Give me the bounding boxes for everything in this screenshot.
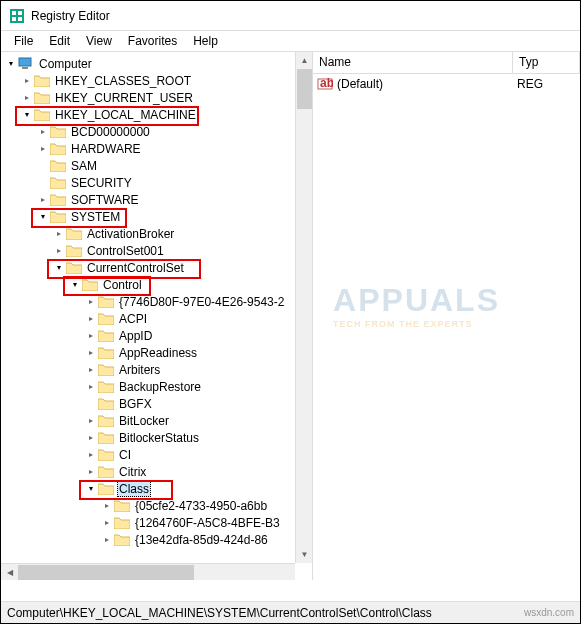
content-area: ▾ Computer ▸HKEY_CLASSES_ROOT ▸HKEY_CURR… bbox=[1, 51, 580, 580]
tree-item[interactable]: ▸CI bbox=[1, 446, 312, 463]
list-row[interactable]: ab (Default) REG bbox=[313, 74, 580, 94]
tree-item[interactable]: ▸ControlSet001 bbox=[1, 242, 312, 259]
expander-icon[interactable] bbox=[37, 177, 48, 188]
expander-closed-icon[interactable]: ▸ bbox=[85, 296, 96, 307]
tree-item-system[interactable]: ▾SYSTEM bbox=[1, 208, 312, 225]
scroll-thumb-h[interactable] bbox=[18, 565, 194, 580]
tree-item[interactable]: ▸BackupRestore bbox=[1, 378, 312, 395]
tree-item[interactable]: ▸{05cfe2-4733-4950-a6bb bbox=[1, 497, 312, 514]
column-name[interactable]: Name bbox=[313, 52, 513, 73]
tree-item[interactable]: ▸HARDWARE bbox=[1, 140, 312, 157]
tree-root[interactable]: ▾ Computer bbox=[1, 55, 312, 72]
list-header: Name Typ bbox=[313, 52, 580, 74]
expander-closed-icon[interactable]: ▸ bbox=[85, 415, 96, 426]
folder-icon bbox=[34, 74, 50, 87]
expander-closed-icon[interactable]: ▸ bbox=[85, 449, 96, 460]
folder-icon bbox=[98, 414, 114, 427]
tree-item[interactable]: ▸AppReadiness bbox=[1, 344, 312, 361]
menu-favorites[interactable]: Favorites bbox=[121, 32, 184, 50]
expander-closed-icon[interactable]: ▸ bbox=[85, 381, 96, 392]
expander-closed-icon[interactable]: ▸ bbox=[85, 466, 96, 477]
tree-item[interactable]: ▸{7746D80F-97E0-4E26-9543-2 bbox=[1, 293, 312, 310]
node-label: HARDWARE bbox=[69, 142, 143, 156]
scroll-down-icon[interactable]: ▼ bbox=[296, 546, 313, 563]
expander-closed-icon[interactable]: ▸ bbox=[21, 92, 32, 103]
tree-item[interactable]: ▸BitLocker bbox=[1, 412, 312, 429]
tree-item[interactable]: ▸{1264760F-A5C8-4BFE-B3 bbox=[1, 514, 312, 531]
tree-item[interactable]: BGFX bbox=[1, 395, 312, 412]
svg-rect-1 bbox=[12, 11, 16, 15]
folder-icon bbox=[114, 499, 130, 512]
tree-item-control[interactable]: ▾Control bbox=[1, 276, 312, 293]
tree-item-currentcontrolset[interactable]: ▾CurrentControlSet bbox=[1, 259, 312, 276]
scroll-thumb[interactable] bbox=[297, 69, 312, 109]
scrollbar-horizontal[interactable]: ◀ ▶ bbox=[1, 563, 295, 580]
statusbar: Computer\HKEY_LOCAL_MACHINE\SYSTEM\Curre… bbox=[1, 601, 580, 623]
expander-open-icon[interactable]: ▾ bbox=[53, 262, 64, 273]
tree-item-class[interactable]: ▾Class bbox=[1, 480, 312, 497]
tree-item[interactable]: ▸AppID bbox=[1, 327, 312, 344]
folder-icon bbox=[34, 91, 50, 104]
expander-open-icon[interactable]: ▾ bbox=[21, 109, 32, 120]
expander-open-icon[interactable]: ▾ bbox=[69, 279, 80, 290]
expander-closed-icon[interactable]: ▸ bbox=[101, 500, 112, 511]
node-label: {7746D80F-97E0-4E26-9543-2 bbox=[117, 295, 286, 309]
folder-icon bbox=[66, 261, 82, 274]
expander-closed-icon[interactable]: ▸ bbox=[37, 194, 48, 205]
folder-icon bbox=[50, 193, 66, 206]
tree-pane[interactable]: ▾ Computer ▸HKEY_CLASSES_ROOT ▸HKEY_CURR… bbox=[1, 52, 313, 580]
tree-item[interactable]: ▸{13e42dfa-85d9-424d-86 bbox=[1, 531, 312, 548]
menu-edit[interactable]: Edit bbox=[42, 32, 77, 50]
folder-icon bbox=[50, 159, 66, 172]
svg-rect-5 bbox=[19, 58, 31, 66]
tree-item[interactable]: ▸SOFTWARE bbox=[1, 191, 312, 208]
expander-open-icon[interactable]: ▾ bbox=[85, 483, 96, 494]
folder-icon bbox=[50, 142, 66, 155]
tree-item[interactable]: ▸Citrix bbox=[1, 463, 312, 480]
folder-icon bbox=[98, 295, 114, 308]
expander-closed-icon[interactable]: ▸ bbox=[53, 245, 64, 256]
tree-item[interactable]: ▸ActivationBroker bbox=[1, 225, 312, 242]
list-pane[interactable]: Name Typ ab (Default) REG bbox=[313, 52, 580, 580]
tree-item[interactable]: ▸BitlockerStatus bbox=[1, 429, 312, 446]
menu-view[interactable]: View bbox=[79, 32, 119, 50]
menubar: File Edit View Favorites Help bbox=[1, 31, 580, 51]
expander-icon[interactable] bbox=[37, 160, 48, 171]
scroll-up-icon[interactable]: ▲ bbox=[296, 52, 313, 69]
folder-icon bbox=[98, 363, 114, 376]
tree-item[interactable]: SAM bbox=[1, 157, 312, 174]
folder-icon bbox=[50, 176, 66, 189]
tree-item-hkcu[interactable]: ▸HKEY_CURRENT_USER bbox=[1, 89, 312, 106]
expander-open-icon[interactable]: ▾ bbox=[37, 211, 48, 222]
column-type[interactable]: Typ bbox=[513, 52, 580, 73]
menu-help[interactable]: Help bbox=[186, 32, 225, 50]
expander-icon[interactable] bbox=[85, 398, 96, 409]
expander-closed-icon[interactable]: ▸ bbox=[101, 517, 112, 528]
folder-icon bbox=[114, 516, 130, 529]
expander-closed-icon[interactable]: ▸ bbox=[85, 313, 96, 324]
expander-closed-icon[interactable]: ▸ bbox=[37, 143, 48, 154]
expander-closed-icon[interactable]: ▸ bbox=[21, 75, 32, 86]
scrollbar-vertical[interactable]: ▲ ▼ bbox=[295, 52, 312, 563]
tree-item[interactable]: SECURITY bbox=[1, 174, 312, 191]
tree-item[interactable]: ▸BCD00000000 bbox=[1, 123, 312, 140]
expander-closed-icon[interactable]: ▸ bbox=[85, 364, 96, 375]
expander-open-icon[interactable]: ▾ bbox=[5, 58, 16, 69]
node-label: BitLocker bbox=[117, 414, 171, 428]
expander-closed-icon[interactable]: ▸ bbox=[85, 432, 96, 443]
tree-item-hklm[interactable]: ▾HKEY_LOCAL_MACHINE bbox=[1, 106, 312, 123]
menu-file[interactable]: File bbox=[7, 32, 40, 50]
expander-closed-icon[interactable]: ▸ bbox=[53, 228, 64, 239]
scroll-left-icon[interactable]: ◀ bbox=[1, 564, 18, 580]
expander-closed-icon[interactable]: ▸ bbox=[85, 347, 96, 358]
folder-icon bbox=[98, 312, 114, 325]
expander-closed-icon[interactable]: ▸ bbox=[101, 534, 112, 545]
tree-item[interactable]: ▸Arbiters bbox=[1, 361, 312, 378]
tree-item[interactable]: ▸ACPI bbox=[1, 310, 312, 327]
expander-closed-icon[interactable]: ▸ bbox=[85, 330, 96, 341]
folder-icon bbox=[98, 380, 114, 393]
node-label: ControlSet001 bbox=[85, 244, 166, 258]
computer-icon bbox=[18, 57, 34, 70]
expander-closed-icon[interactable]: ▸ bbox=[37, 126, 48, 137]
tree-item-hkcr[interactable]: ▸HKEY_CLASSES_ROOT bbox=[1, 72, 312, 89]
